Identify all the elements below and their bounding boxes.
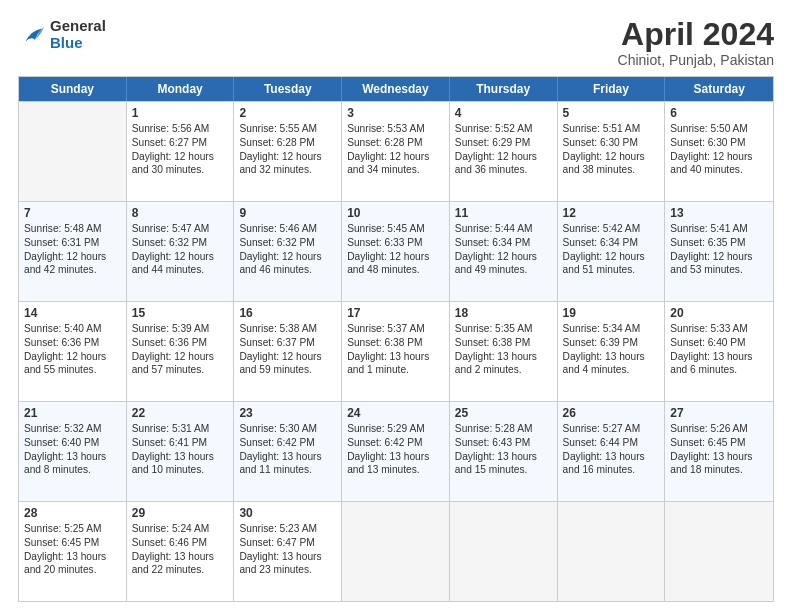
calendar-cell-day-5: 5Sunrise: 5:51 AMSunset: 6:30 PMDaylight… xyxy=(558,102,666,201)
day-info-line-1: Sunrise: 5:42 AM xyxy=(563,222,660,236)
day-info-line-1: Sunrise: 5:41 AM xyxy=(670,222,768,236)
day-info-line-2: Sunset: 6:34 PM xyxy=(455,236,552,250)
calendar-cell-day-11: 11Sunrise: 5:44 AMSunset: 6:34 PMDayligh… xyxy=(450,202,558,301)
day-info-line-1: Sunrise: 5:45 AM xyxy=(347,222,444,236)
day-info-line-1: Sunrise: 5:55 AM xyxy=(239,122,336,136)
header-day-friday: Friday xyxy=(558,77,666,101)
day-info-line-4: and 53 minutes. xyxy=(670,263,768,277)
day-info-line-1: Sunrise: 5:50 AM xyxy=(670,122,768,136)
day-info-line-3: Daylight: 12 hours xyxy=(24,250,121,264)
header-day-thursday: Thursday xyxy=(450,77,558,101)
day-info-line-1: Sunrise: 5:28 AM xyxy=(455,422,552,436)
day-number-17: 17 xyxy=(347,305,444,321)
day-info-line-4: and 42 minutes. xyxy=(24,263,121,277)
day-info-line-4: and 36 minutes. xyxy=(455,163,552,177)
day-info-line-2: Sunset: 6:28 PM xyxy=(239,136,336,150)
day-info-line-3: Daylight: 13 hours xyxy=(670,450,768,464)
calendar-cell-empty xyxy=(450,502,558,601)
day-info-line-4: and 8 minutes. xyxy=(24,463,121,477)
day-info-line-4: and 11 minutes. xyxy=(239,463,336,477)
day-info-line-1: Sunrise: 5:35 AM xyxy=(455,322,552,336)
day-info-line-3: Daylight: 12 hours xyxy=(563,250,660,264)
calendar-cell-day-12: 12Sunrise: 5:42 AMSunset: 6:34 PMDayligh… xyxy=(558,202,666,301)
day-info-line-2: Sunset: 6:35 PM xyxy=(670,236,768,250)
calendar-cell-day-1: 1Sunrise: 5:56 AMSunset: 6:27 PMDaylight… xyxy=(127,102,235,201)
day-info-line-4: and 38 minutes. xyxy=(563,163,660,177)
calendar: SundayMondayTuesdayWednesdayThursdayFrid… xyxy=(18,76,774,602)
calendar-cell-day-28: 28Sunrise: 5:25 AMSunset: 6:45 PMDayligh… xyxy=(19,502,127,601)
logo-general: General xyxy=(50,18,106,35)
calendar-cell-day-27: 27Sunrise: 5:26 AMSunset: 6:45 PMDayligh… xyxy=(665,402,773,501)
day-info-line-4: and 2 minutes. xyxy=(455,363,552,377)
day-info-line-1: Sunrise: 5:51 AM xyxy=(563,122,660,136)
subtitle: Chiniot, Punjab, Pakistan xyxy=(618,52,774,68)
day-info-line-4: and 30 minutes. xyxy=(132,163,229,177)
day-number-25: 25 xyxy=(455,405,552,421)
calendar-cell-day-7: 7Sunrise: 5:48 AMSunset: 6:31 PMDaylight… xyxy=(19,202,127,301)
day-info-line-1: Sunrise: 5:40 AM xyxy=(24,322,121,336)
day-info-line-2: Sunset: 6:39 PM xyxy=(563,336,660,350)
header-day-monday: Monday xyxy=(127,77,235,101)
day-number-1: 1 xyxy=(132,105,229,121)
day-number-4: 4 xyxy=(455,105,552,121)
day-number-6: 6 xyxy=(670,105,768,121)
calendar-cell-day-3: 3Sunrise: 5:53 AMSunset: 6:28 PMDaylight… xyxy=(342,102,450,201)
calendar-cell-day-21: 21Sunrise: 5:32 AMSunset: 6:40 PMDayligh… xyxy=(19,402,127,501)
day-info-line-4: and 44 minutes. xyxy=(132,263,229,277)
day-info-line-3: Daylight: 12 hours xyxy=(670,250,768,264)
day-info-line-2: Sunset: 6:34 PM xyxy=(563,236,660,250)
day-info-line-1: Sunrise: 5:29 AM xyxy=(347,422,444,436)
day-info-line-3: Daylight: 12 hours xyxy=(239,150,336,164)
day-info-line-1: Sunrise: 5:25 AM xyxy=(24,522,121,536)
day-info-line-1: Sunrise: 5:30 AM xyxy=(239,422,336,436)
calendar-header: SundayMondayTuesdayWednesdayThursdayFrid… xyxy=(19,77,773,101)
day-info-line-1: Sunrise: 5:32 AM xyxy=(24,422,121,436)
day-info-line-4: and 51 minutes. xyxy=(563,263,660,277)
day-info-line-4: and 15 minutes. xyxy=(455,463,552,477)
day-info-line-1: Sunrise: 5:26 AM xyxy=(670,422,768,436)
day-info-line-1: Sunrise: 5:27 AM xyxy=(563,422,660,436)
day-info-line-1: Sunrise: 5:52 AM xyxy=(455,122,552,136)
day-info-line-1: Sunrise: 5:37 AM xyxy=(347,322,444,336)
calendar-cell-day-20: 20Sunrise: 5:33 AMSunset: 6:40 PMDayligh… xyxy=(665,302,773,401)
day-number-24: 24 xyxy=(347,405,444,421)
day-info-line-2: Sunset: 6:37 PM xyxy=(239,336,336,350)
day-info-line-4: and 23 minutes. xyxy=(239,563,336,577)
header-day-tuesday: Tuesday xyxy=(234,77,342,101)
calendar-cell-day-9: 9Sunrise: 5:46 AMSunset: 6:32 PMDaylight… xyxy=(234,202,342,301)
day-info-line-2: Sunset: 6:30 PM xyxy=(563,136,660,150)
day-info-line-3: Daylight: 12 hours xyxy=(347,250,444,264)
day-info-line-1: Sunrise: 5:23 AM xyxy=(239,522,336,536)
calendar-cell-day-19: 19Sunrise: 5:34 AMSunset: 6:39 PMDayligh… xyxy=(558,302,666,401)
day-info-line-2: Sunset: 6:36 PM xyxy=(24,336,121,350)
page: General Blue April 2024 Chiniot, Punjab,… xyxy=(0,0,792,612)
day-info-line-2: Sunset: 6:31 PM xyxy=(24,236,121,250)
day-number-28: 28 xyxy=(24,505,121,521)
day-info-line-3: Daylight: 13 hours xyxy=(24,550,121,564)
calendar-cell-day-10: 10Sunrise: 5:45 AMSunset: 6:33 PMDayligh… xyxy=(342,202,450,301)
day-info-line-1: Sunrise: 5:39 AM xyxy=(132,322,229,336)
day-info-line-1: Sunrise: 5:31 AM xyxy=(132,422,229,436)
day-info-line-3: Daylight: 12 hours xyxy=(455,250,552,264)
day-info-line-4: and 59 minutes. xyxy=(239,363,336,377)
calendar-cell-day-29: 29Sunrise: 5:24 AMSunset: 6:46 PMDayligh… xyxy=(127,502,235,601)
day-info-line-4: and 22 minutes. xyxy=(132,563,229,577)
calendar-row-4: 21Sunrise: 5:32 AMSunset: 6:40 PMDayligh… xyxy=(19,401,773,501)
day-info-line-2: Sunset: 6:42 PM xyxy=(347,436,444,450)
day-info-line-4: and 55 minutes. xyxy=(24,363,121,377)
day-info-line-2: Sunset: 6:40 PM xyxy=(24,436,121,450)
day-info-line-1: Sunrise: 5:53 AM xyxy=(347,122,444,136)
day-info-line-2: Sunset: 6:42 PM xyxy=(239,436,336,450)
day-info-line-3: Daylight: 12 hours xyxy=(239,250,336,264)
day-number-14: 14 xyxy=(24,305,121,321)
day-info-line-4: and 57 minutes. xyxy=(132,363,229,377)
calendar-cell-day-22: 22Sunrise: 5:31 AMSunset: 6:41 PMDayligh… xyxy=(127,402,235,501)
calendar-row-3: 14Sunrise: 5:40 AMSunset: 6:36 PMDayligh… xyxy=(19,301,773,401)
calendar-cell-empty xyxy=(342,502,450,601)
day-info-line-3: Daylight: 12 hours xyxy=(455,150,552,164)
calendar-cell-day-6: 6Sunrise: 5:50 AMSunset: 6:30 PMDaylight… xyxy=(665,102,773,201)
day-number-11: 11 xyxy=(455,205,552,221)
day-info-line-3: Daylight: 12 hours xyxy=(24,350,121,364)
calendar-cell-day-16: 16Sunrise: 5:38 AMSunset: 6:37 PMDayligh… xyxy=(234,302,342,401)
day-number-18: 18 xyxy=(455,305,552,321)
